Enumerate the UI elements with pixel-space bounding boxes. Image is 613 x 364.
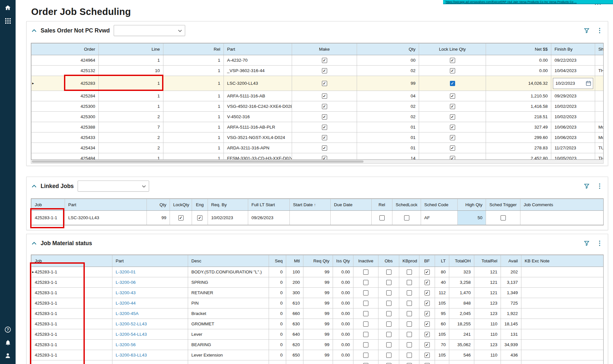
column-header-line[interactable]: Line — [99, 44, 163, 55]
column-header-job[interactable]: Job — [32, 199, 65, 211]
checkbox-kbprod[interactable] — [407, 321, 412, 327]
column-header-iss-qty[interactable]: Iss Qty — [333, 255, 353, 267]
table-row[interactable]: 425283-1-1LSC-3200-LL4399✓✓10/02/202309/… — [32, 211, 604, 225]
part-link[interactable]: L-3200-52-LL43 — [116, 321, 147, 326]
horizontal-scrollbar[interactable] — [31, 160, 604, 164]
column-header-desc[interactable]: Desc — [188, 255, 269, 267]
column-header-rel[interactable]: Rel — [372, 199, 392, 211]
checkbox-bf[interactable]: ✓ — [425, 321, 430, 327]
checkbox-inactive[interactable] — [363, 321, 368, 327]
checkbox-inactive[interactable] — [363, 290, 368, 295]
checkbox-kbprod[interactable] — [407, 311, 412, 316]
checkbox-obs[interactable] — [386, 280, 391, 285]
filter-icon[interactable] — [583, 182, 591, 190]
column-header-obs[interactable]: Obs — [378, 255, 399, 267]
checkbox-lock-line-qty[interactable]: ✓ — [450, 156, 455, 160]
table-row[interactable]: ▸42528311LSC-3200-LL43✓99✓14,026.3210/2/… — [32, 76, 604, 91]
table-row[interactable]: 42530011VSG-4502-316-C242-XXE4-D028✓02✓1… — [32, 101, 604, 112]
checkbox-make[interactable]: ✓ — [322, 104, 327, 109]
column-header-finish-by[interactable]: Finish By — [551, 44, 595, 55]
table-row[interactable]: 425283-1-1L-3200-06SPRING0200990.00✓403,… — [32, 277, 604, 288]
column-header-sched-trigger[interactable]: Sched Trigger — [486, 199, 520, 211]
filter-icon[interactable] — [583, 27, 591, 34]
column-header-part[interactable]: Part — [224, 44, 292, 55]
column-header-order[interactable]: Order — [32, 44, 99, 55]
table-row[interactable]: 425283-1-1L-3200-56BEARING0620990.00✓703… — [32, 340, 604, 350]
column-header-make[interactable]: Make — [292, 44, 357, 55]
checkbox-bf[interactable]: ✓ — [425, 332, 430, 337]
checkbox-inactive[interactable] — [363, 270, 368, 275]
apps-grid-icon[interactable] — [0, 14, 16, 27]
sales-view-dropdown[interactable] — [114, 25, 185, 36]
checkbox-make[interactable]: ✓ — [322, 58, 327, 63]
checkbox-schedlock[interactable] — [404, 215, 409, 220]
checkbox-obs[interactable] — [386, 301, 391, 306]
column-header-net[interactable]: Net $$ — [486, 44, 551, 55]
column-header-kb-exc-note[interactable]: KB Exc Note — [521, 255, 604, 267]
checkbox-eng[interactable]: ✓ — [197, 215, 202, 220]
help-icon[interactable]: ? — [0, 323, 16, 336]
sales-grid-scroll-area[interactable]: OrderLineRelPartMakeQtyLock Line QtyNet … — [31, 43, 604, 160]
column-header-kbprod[interactable]: KBprod — [399, 255, 419, 267]
checkbox-obs[interactable] — [386, 342, 391, 347]
checkbox-inactive[interactable] — [363, 332, 368, 337]
chevron-up-icon[interactable] — [31, 183, 37, 189]
checkbox-kbprod[interactable] — [407, 301, 412, 306]
notifications-bell-icon[interactable] — [0, 336, 16, 349]
column-header-seq[interactable]: Seq — [269, 255, 286, 267]
column-header-avail[interactable]: Avail — [501, 255, 521, 267]
checkbox-kbprod[interactable] — [407, 280, 412, 285]
part-link[interactable]: L-3200-06 — [116, 280, 136, 285]
checkbox-obs[interactable] — [386, 290, 391, 295]
column-header-req-by[interactable]: Req. By — [208, 199, 248, 211]
checkbox-bf[interactable]: ✓ — [425, 290, 430, 295]
kebab-menu-icon[interactable]: ⋮ — [596, 27, 604, 34]
kebab-menu-icon[interactable]: ⋮ — [596, 239, 604, 247]
checkbox-lock-line-qty[interactable]: ✓ — [450, 58, 455, 63]
checkbox-sched-trigger[interactable] — [501, 215, 506, 220]
column-header-lockqty[interactable]: LockQty — [170, 199, 192, 211]
checkbox-inactive[interactable] — [363, 353, 368, 358]
column-header-qty[interactable]: Qty — [147, 199, 170, 211]
checkbox-kbprod[interactable] — [407, 342, 412, 347]
checkbox-lockqty[interactable]: ✓ — [178, 215, 184, 220]
calendar-icon[interactable] — [586, 81, 591, 86]
table-row[interactable]: 425132101_VSP-3602-316-44✓02✓0.0010/04/2… — [32, 66, 604, 76]
checkbox-inactive[interactable] — [363, 342, 368, 347]
checkbox-make[interactable]: ✓ — [322, 114, 327, 119]
linked-jobs-view-dropdown[interactable] — [78, 181, 149, 192]
column-header-eng[interactable]: Eng — [192, 199, 208, 211]
table-row[interactable]: 42548411FFSM-3301-33-CD-H3-XXF-D024✓14✓2… — [32, 153, 604, 160]
checkbox-lock-line-qty[interactable]: ✓ — [450, 114, 455, 119]
column-header-job-comments[interactable]: Job Comments — [520, 199, 604, 211]
checkbox-make[interactable]: ✓ — [322, 81, 327, 86]
checkbox-lock-line-qty[interactable]: ✓ — [450, 135, 455, 140]
checkbox-make[interactable]: ✓ — [322, 68, 327, 73]
column-header-sched-code[interactable]: Sched Code — [421, 199, 458, 211]
filter-icon[interactable] — [583, 239, 591, 247]
materials-grid-scroll-area[interactable]: JobPartDescSeqMtlReq QtyIss QtyInactiveO… — [31, 255, 604, 364]
column-header-ship[interactable]: Ship — [595, 44, 604, 55]
checkbox-kbprod[interactable] — [407, 332, 412, 337]
table-row[interactable]: ▸425283-1-1L-3200-01BODY.(STD.CONFIGURAT… — [32, 267, 604, 277]
column-header-totaloh[interactable]: TotalOH — [449, 255, 474, 267]
column-header-schedlock[interactable]: SchedLock — [392, 199, 421, 211]
column-header-lt[interactable]: LT — [435, 255, 449, 267]
table-row[interactable]: 42530021V-4502-316✓02✓218.5110/02/2023 — [32, 112, 604, 122]
checkbox-make[interactable]: ✓ — [322, 94, 327, 99]
checkbox-bf[interactable]: ✓ — [425, 311, 430, 316]
table-row[interactable]: 42543421ARDA-3211-316-APN✓01✓278.8311/27… — [32, 143, 604, 153]
column-header-high-qty[interactable]: High Qty — [458, 199, 486, 211]
table-row[interactable]: 42496411A-4232-70✓00✓0.0009/22/2023 — [32, 55, 604, 66]
checkbox-inactive[interactable] — [363, 280, 368, 285]
column-header-inactive[interactable]: Inactive — [353, 255, 378, 267]
column-header-job[interactable]: Job — [32, 255, 112, 267]
part-link[interactable]: L-3200-54-LL43 — [116, 332, 147, 337]
part-link[interactable]: L-3200-63-LL43 — [116, 353, 147, 358]
table-row[interactable]: 425283-1-1L-3200-43RETAINER0300990.00✓11… — [32, 288, 604, 298]
column-header-rel[interactable]: Rel — [163, 44, 224, 55]
checkbox-bf[interactable]: ✓ — [425, 301, 430, 306]
checkbox-rel[interactable] — [379, 215, 385, 220]
checkbox-obs[interactable] — [386, 332, 391, 337]
table-row[interactable]: 42543321VSG-3521-NGST-XXL4-D024✓01✓299.6… — [32, 132, 604, 143]
